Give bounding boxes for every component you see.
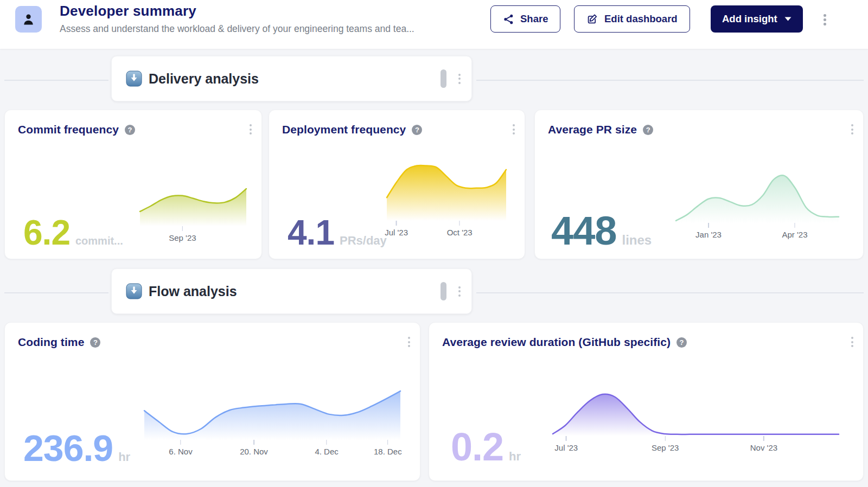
axis-tick-mark	[566, 436, 567, 441]
metric-unit: PRs/day	[340, 234, 387, 248]
axis-tick-mark	[387, 440, 388, 445]
axis-tick-mark	[708, 223, 709, 228]
section-divider	[4, 80, 108, 81]
axis-tick-label: Oct '23	[447, 228, 473, 237]
down-arrow-emoji-icon	[126, 71, 142, 87]
metric-value: 236.9	[23, 430, 113, 466]
share-button[interactable]: Share	[490, 5, 560, 33]
section-divider	[476, 292, 864, 293]
axis-tick: Apr '23	[782, 223, 807, 239]
axis-tick-label: 20. Nov	[240, 447, 268, 456]
card-title: Average PR size	[548, 123, 637, 136]
axis-tick: Sep '23	[169, 226, 196, 242]
axis-tick-label: Apr '23	[782, 230, 807, 239]
share-icon	[503, 14, 514, 25]
card-average-review-duration: Average review duration (GitHub specific…	[429, 322, 864, 481]
kebab-menu-icon[interactable]	[406, 335, 412, 349]
kebab-menu-icon[interactable]	[849, 335, 856, 349]
help-icon[interactable]: ?	[125, 125, 135, 135]
section-title: Delivery analysis	[149, 71, 441, 87]
section-divider	[476, 80, 864, 81]
axis-tick-label: 4. Dec	[315, 447, 338, 456]
kebab-menu-icon[interactable]	[456, 284, 463, 299]
section-divider	[4, 292, 108, 293]
axis-tick-mark	[253, 440, 254, 445]
card-title: Commit frequency	[18, 123, 119, 136]
axis-tick-mark	[182, 226, 183, 231]
axis-tick-mark	[326, 440, 327, 445]
share-button-label: Share	[520, 13, 548, 25]
kebab-menu-icon[interactable]	[456, 72, 463, 86]
axis-tick-mark	[180, 440, 181, 445]
axis-tick: 18. Dec	[374, 440, 402, 456]
developer-summary-dashboard: Developer summary Assess and understand …	[0, 0, 868, 487]
card-title: Average review duration (GitHub specific…	[442, 336, 671, 349]
axis-tick-mark	[763, 436, 764, 441]
down-arrow-emoji-icon	[126, 283, 142, 299]
metric-unit: hr	[118, 450, 130, 464]
axis-tick-mark	[794, 223, 795, 228]
axis-tick: Oct '23	[447, 221, 473, 237]
card-title: Deployment frequency	[282, 123, 406, 136]
card-coding-time: Coding time ? 236.9 hr 6. Nov20. Nov4. D…	[4, 322, 420, 481]
add-insight-button[interactable]: Add insight	[711, 5, 803, 33]
metric-unit: lines	[622, 233, 652, 248]
sparkline-chart: Jul '23Sep '23Nov '23	[553, 390, 839, 436]
axis-tick-label: 18. Dec	[374, 447, 402, 456]
axis-tick-label: Jul '23	[554, 443, 578, 452]
axis-tick-label: Jul '23	[385, 228, 408, 237]
person-icon	[21, 12, 36, 27]
edit-dashboard-button[interactable]: Edit dashboard	[574, 5, 690, 33]
section-title: Flow analysis	[149, 284, 441, 299]
metric-value: 448	[551, 211, 616, 251]
axis-tick-mark	[665, 436, 666, 441]
axis-tick-label: Sep '23	[652, 443, 679, 452]
axis-tick-mark	[396, 221, 397, 226]
axis-tick-label: Nov '23	[750, 443, 777, 452]
page-header: Developer summary Assess and understand …	[0, 0, 868, 49]
drag-handle[interactable]	[441, 282, 446, 300]
axis-tick: 6. Nov	[169, 440, 192, 456]
sparkline-chart: Jan '23Apr '23	[676, 173, 839, 223]
help-icon[interactable]: ?	[643, 125, 653, 135]
metric-value: 4.1	[288, 215, 334, 250]
help-icon[interactable]: ?	[90, 337, 100, 348]
page-kebab-menu-icon[interactable]	[821, 12, 828, 28]
axis-tick: Jan '23	[695, 223, 722, 239]
help-icon[interactable]: ?	[412, 125, 422, 135]
page-subtitle: Assess and understand the workload & del…	[60, 23, 414, 35]
sparkline-chart: 6. Nov20. Nov4. Dec18. Dec	[144, 387, 400, 440]
axis-tick: 20. Nov	[240, 440, 268, 456]
kebab-menu-icon[interactable]	[247, 122, 254, 137]
metric-value: 0.2	[451, 427, 503, 466]
edit-pencil-icon	[586, 13, 598, 25]
section-header-flow-analysis[interactable]: Flow analysis	[111, 268, 472, 314]
axis-tick-label: Jan '23	[695, 230, 722, 239]
help-icon[interactable]: ?	[676, 337, 687, 348]
kebab-menu-icon[interactable]	[510, 122, 517, 137]
metric-unit: commit...	[75, 235, 123, 247]
axis-tick: Sep '23	[652, 436, 679, 452]
metric-unit: hr	[509, 450, 521, 464]
edit-dashboard-button-label: Edit dashboard	[604, 13, 678, 25]
axis-tick: Nov '23	[750, 436, 777, 452]
axis-tick-label: 6. Nov	[169, 447, 192, 456]
dashboard-avatar	[15, 6, 42, 33]
sparkline-chart: Sep '23	[140, 186, 246, 226]
card-title: Coding time	[18, 336, 84, 349]
axis-tick: Jul '23	[554, 436, 578, 452]
sparkline-chart: Jul '23Oct '23	[387, 163, 506, 221]
add-insight-button-label: Add insight	[722, 13, 777, 25]
card-average-pr-size: Average PR size ? 448 lines Jan '23Apr '…	[534, 110, 864, 259]
drag-handle[interactable]	[441, 69, 446, 88]
card-deployment-frequency: Deployment frequency ? 4.1 PRs/day Jul '…	[269, 110, 525, 259]
axis-tick-label: Sep '23	[169, 233, 196, 242]
chevron-down-icon	[784, 17, 792, 21]
card-commit-frequency: Commit frequency ? 6.2 commit... Sep '23	[4, 110, 262, 259]
metric-value: 6.2	[23, 215, 70, 250]
axis-tick-mark	[459, 221, 460, 226]
page-title: Developer summary	[60, 3, 196, 20]
section-header-delivery-analysis[interactable]: Delivery analysis	[111, 56, 472, 101]
kebab-menu-icon[interactable]	[849, 122, 856, 137]
axis-tick: Jul '23	[385, 221, 408, 237]
